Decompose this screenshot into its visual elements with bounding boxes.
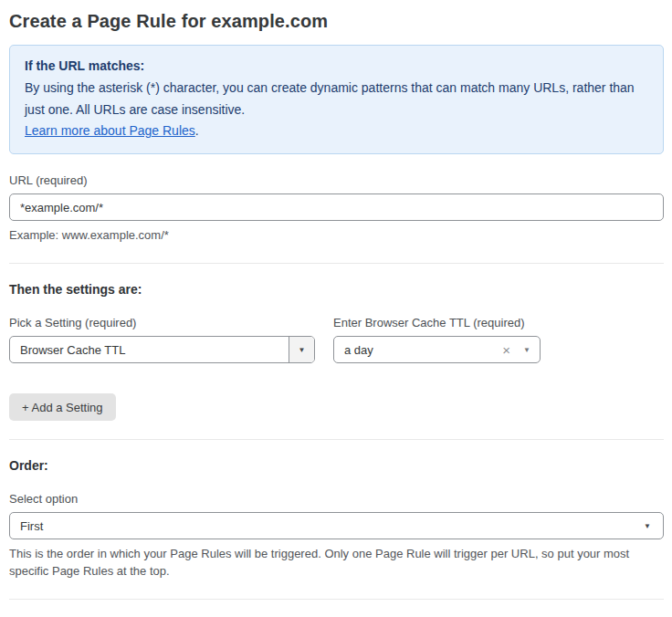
add-setting-button[interactable]: + Add a Setting [9, 393, 116, 421]
ttl-picker-value: a day [344, 343, 502, 357]
settings-row: Pick a Setting (required) Browser Cache … [9, 316, 664, 363]
info-box-heading: If the URL matches: [25, 56, 648, 78]
learn-more-link[interactable]: Learn more about Page Rules [25, 123, 195, 138]
divider [9, 263, 664, 264]
add-setting-wrap: + Add a Setting [9, 393, 664, 421]
info-link-row: Learn more about Page Rules. [25, 120, 648, 142]
link-period: . [195, 123, 199, 138]
ttl-picker-combobox[interactable]: a day × ▼ [333, 336, 541, 363]
page-title: Create a Page Rule for example.com [9, 11, 664, 32]
order-helper-text: This is the order in which your Page Rul… [9, 546, 663, 580]
chevron-down-icon[interactable]: ▼ [523, 346, 530, 354]
url-example-helper: Example: www.example.com/* [9, 227, 664, 245]
divider [9, 599, 664, 600]
settings-section-heading: Then the settings are: [9, 282, 664, 297]
divider [9, 439, 664, 440]
clear-icon[interactable]: × [502, 343, 510, 357]
order-section-heading: Order: [9, 458, 664, 473]
setting-picker-column: Pick a Setting (required) Browser Cache … [9, 316, 315, 363]
order-select-value: First [20, 519, 644, 533]
setting-picker-value: Browser Cache TTL [10, 337, 289, 362]
chevron-down-icon: ▼ [644, 522, 651, 530]
url-match-info-box: If the URL matches: By using the asteris… [9, 45, 664, 154]
setting-picker-select[interactable]: Browser Cache TTL ▼ [9, 336, 315, 363]
order-select[interactable]: First ▼ [9, 512, 664, 539]
info-box-body: By using the asterisk (*) character, you… [25, 78, 648, 121]
order-select-label: Select option [9, 492, 664, 506]
url-input[interactable] [9, 193, 664, 221]
setting-picker-dropdown-button[interactable]: ▼ [289, 337, 314, 362]
ttl-picker-column: Enter Browser Cache TTL (required) a day… [333, 316, 541, 363]
create-page-rule-form: Create a Page Rule for example.com If th… [0, 0, 672, 617]
url-field-label: URL (required) [9, 173, 664, 187]
ttl-picker-label: Enter Browser Cache TTL (required) [333, 316, 541, 329]
setting-picker-label: Pick a Setting (required) [9, 316, 315, 329]
chevron-down-icon: ▼ [299, 346, 306, 354]
